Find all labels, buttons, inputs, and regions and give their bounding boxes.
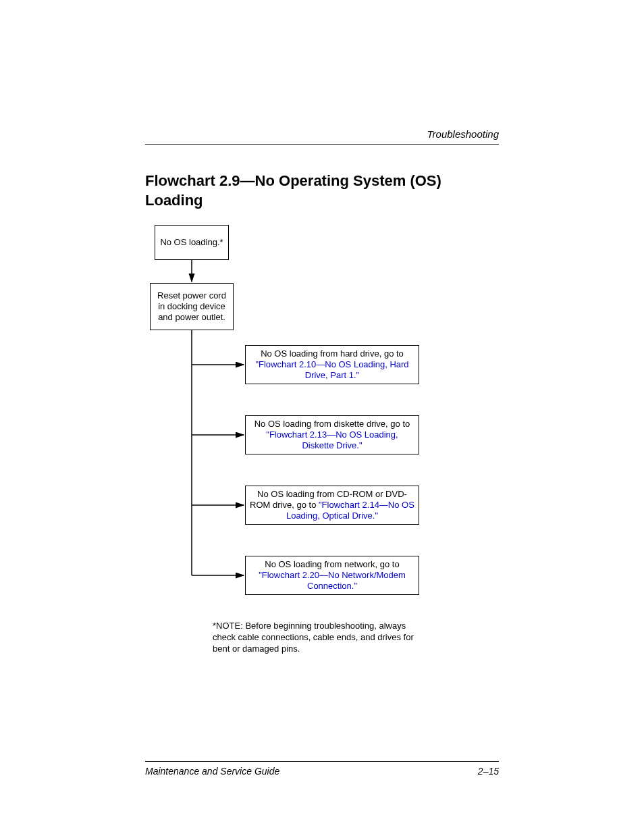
link-flowchart-2-20[interactable]: "Flowchart 2.20—No Network/Modem Connect…	[259, 570, 406, 591]
flow-node-diskette-text: No OS loading from diskette drive, go to…	[250, 419, 414, 452]
flow-node-reset: Reset power cord in docking device and p…	[150, 283, 234, 330]
flow-footnote: *NOTE: Before beginning troubleshooting,…	[213, 621, 415, 655]
footer-right: 2–15	[478, 766, 499, 777]
link-flowchart-2-13[interactable]: "Flowchart 2.13—No OS Loading, Diskette …	[266, 429, 398, 450]
flow-node-start-text: No OS loading.*	[160, 237, 223, 248]
flow-node-cdrom-text: No OS loading from CD-ROM or DVD-ROM dri…	[250, 489, 414, 522]
link-flowchart-2-10[interactable]: "Flowchart 2.10—No OS Loading, Hard Driv…	[255, 359, 408, 380]
flow-node-network: No OS loading from network, go to "Flowc…	[245, 556, 419, 595]
page-footer: Maintenance and Service Guide 2–15	[145, 761, 499, 777]
section-header: Troubleshooting	[145, 128, 499, 145]
flow-node-cdrom: No OS loading from CD-ROM or DVD-ROM dri…	[245, 486, 419, 525]
flowchart-container: No OS loading.* Reset power cord in dock…	[145, 225, 499, 657]
flowchart-connectors	[145, 225, 429, 603]
footer-left: Maintenance and Service Guide	[145, 766, 279, 777]
flow-node-diskette: No OS loading from diskette drive, go to…	[245, 415, 419, 454]
flow-node-hdd-text: No OS loading from hard drive, go to "Fl…	[250, 348, 414, 382]
flow-node-network-text: No OS loading from network, go to "Flowc…	[250, 559, 414, 592]
flow-node-hdd: No OS loading from hard drive, go to "Fl…	[245, 345, 419, 384]
flow-node-reset-text: Reset power cord in docking device and p…	[155, 290, 229, 323]
page-title: Flowchart 2.9—No Operating System (OS) L…	[145, 172, 499, 210]
flow-node-start: No OS loading.*	[155, 225, 229, 260]
